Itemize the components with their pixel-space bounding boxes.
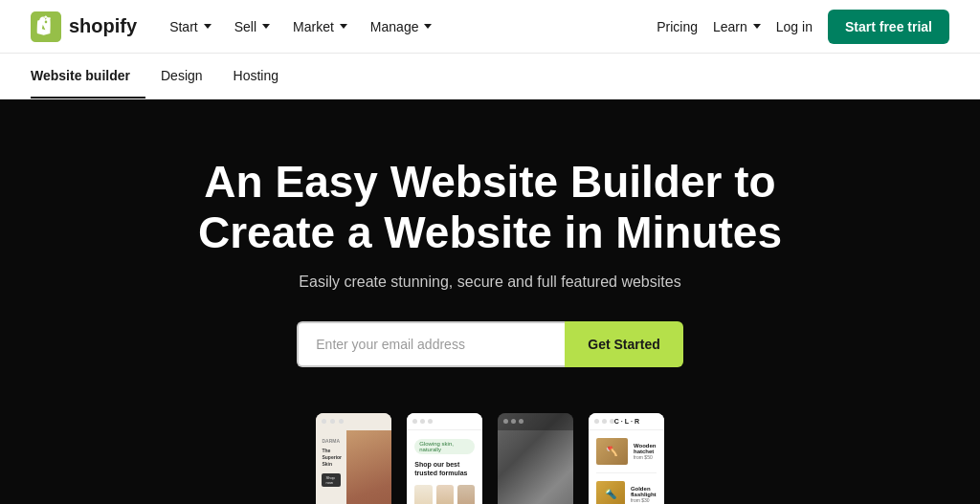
flashlight-price: from $30 [631, 497, 657, 503]
browser-dot [503, 419, 508, 424]
hatchet-image: 🪓 [596, 438, 628, 465]
browser-dots [594, 419, 614, 424]
nav-market[interactable]: Market [283, 13, 357, 40]
browser-dot [594, 419, 599, 424]
nav-manage[interactable]: Manage [361, 13, 442, 40]
chevron-down-icon [204, 24, 212, 29]
start-free-trial-button[interactable]: Start free trial [828, 10, 949, 44]
screenshot-card-model: DARMA The Superior Skin Shop now [316, 413, 391, 504]
browser-dot [420, 419, 425, 424]
secondary-nav-website-builder[interactable]: Website builder [31, 54, 145, 99]
nav-left: shopify Start Sell Market Manage [31, 11, 441, 42]
card2-badge: Glowing skin, naturally [414, 439, 475, 454]
shopify-logo-text: shopify [69, 15, 137, 37]
hero-subtitle: Easily create stunning, secure and full … [299, 274, 680, 291]
nav-pricing[interactable]: Pricing [657, 19, 698, 34]
card2-body: Glowing skin, naturally Shop our best tr… [407, 430, 482, 504]
card1-photo [346, 430, 391, 504]
product-image-3 [457, 485, 475, 504]
browser-dot [339, 419, 344, 424]
nav-start[interactable]: Start [160, 13, 221, 40]
product-image-1 [414, 485, 432, 504]
browser-dot [412, 419, 417, 424]
card4-item-flashlight-text: Golden flashlight from $30 [631, 486, 657, 503]
card1-content: DARMA The Superior Skin Shop now [316, 430, 391, 504]
main-nav: shopify Start Sell Market Manage Pricing [0, 0, 980, 54]
screenshot-card-hardware: C·L·R 🪓 Wooden hatchet from $50 🔦 [589, 413, 664, 504]
card1-person-image [346, 430, 391, 504]
card2-products [414, 485, 475, 504]
flashlight-image: 🔦 [596, 481, 625, 504]
card1-sidebar-title: The Superior Skin [322, 448, 341, 468]
get-started-button[interactable]: Get Started [565, 321, 682, 367]
email-input[interactable] [297, 321, 565, 367]
hatchet-price: from $50 [634, 454, 657, 460]
secondary-nav-design[interactable]: Design [145, 54, 218, 99]
browser-dot [428, 419, 433, 424]
hatchet-name: Wooden hatchet [634, 443, 657, 454]
card4-item-hatchet-text: Wooden hatchet from $50 [634, 443, 657, 460]
nav-login[interactable]: Log in [776, 19, 813, 34]
card1-inner: DARMA The Superior Skin Shop now [316, 413, 391, 504]
card3-browser-bar [498, 413, 573, 430]
shopify-logo-icon [31, 11, 61, 42]
card1-sidebar: DARMA The Superior Skin Shop now [316, 430, 346, 504]
browser-dot [519, 419, 523, 424]
card1-brand: DARMA [322, 438, 341, 444]
browser-dot [322, 419, 326, 424]
screenshots-strip: DARMA The Superior Skin Shop now [285, 413, 694, 504]
card2-subtitle: Shop our best trusted formulas [414, 460, 475, 477]
screenshot-card-bags [498, 413, 573, 504]
card3-inner [498, 413, 573, 504]
browser-dot [330, 419, 335, 424]
nav-learn[interactable]: Learn [713, 19, 761, 34]
nav-sell[interactable]: Sell [225, 13, 279, 40]
card4-item-flashlight: 🔦 Golden flashlight from $30 [596, 481, 657, 504]
hero-section: An Easy Website Builder to Create a Webs… [0, 99, 980, 504]
card2-inner: Glowing skin, naturally Shop our best tr… [407, 413, 482, 504]
card4-inner: C·L·R 🪓 Wooden hatchet from $50 🔦 [589, 413, 664, 504]
card4-body: 🪓 Wooden hatchet from $50 🔦 Golden flash… [589, 430, 664, 504]
nav-right: Pricing Learn Log in Start free trial [657, 10, 949, 44]
chevron-down-icon [753, 24, 761, 29]
card1-shop-btn: Shop now [322, 473, 341, 487]
secondary-nav: Website builder Design Hosting [0, 54, 980, 99]
chevron-down-icon [262, 24, 270, 29]
hero-cta: Get Started [297, 321, 682, 367]
card4-item-hatchet: 🪓 Wooden hatchet from $50 [596, 438, 657, 473]
screenshot-card-skincare: Glowing skin, naturally Shop our best tr… [407, 413, 482, 504]
secondary-nav-hosting[interactable]: Hosting [218, 54, 294, 99]
product-image-2 [436, 485, 454, 504]
card4-browser-bar: C·L·R [589, 413, 664, 430]
flashlight-name: Golden flashlight [631, 486, 657, 497]
shopify-logo[interactable]: shopify [31, 11, 137, 42]
browser-dot [511, 419, 516, 424]
browser-dot [602, 419, 607, 424]
card2-browser-bar [407, 413, 482, 430]
card1-browser-bar [316, 413, 391, 430]
hero-title: An Easy Website Builder to Create a Webs… [155, 157, 825, 258]
nav-menu: Start Sell Market Manage [160, 13, 441, 40]
card4-brand-logo: C·L·R [614, 418, 641, 425]
chevron-down-icon [424, 24, 432, 29]
chevron-down-icon [340, 24, 347, 29]
